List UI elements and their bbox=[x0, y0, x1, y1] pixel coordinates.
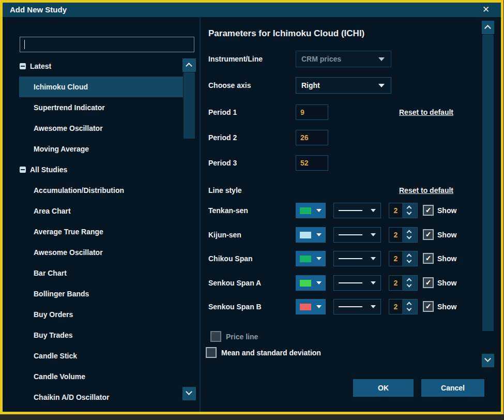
tree-group-all-studies[interactable]: All Studies bbox=[19, 159, 183, 180]
axis-dropdown[interactable]: Right bbox=[296, 77, 391, 94]
list-scroll-down-button[interactable] bbox=[182, 387, 196, 400]
params-scrollbar-thumb[interactable] bbox=[482, 35, 494, 331]
color-picker-dropdown[interactable] bbox=[296, 275, 326, 291]
spinner-down-icon[interactable] bbox=[407, 258, 412, 263]
period1-label: Period 1 bbox=[208, 104, 237, 120]
line-pattern-dropdown[interactable] bbox=[333, 203, 381, 218]
params-scroll-up-button[interactable] bbox=[482, 21, 494, 34]
line-style-row: Senkou Span B2✓Show bbox=[201, 299, 501, 314]
line-pattern-dropdown[interactable] bbox=[333, 299, 381, 314]
spinner-buttons[interactable] bbox=[402, 276, 417, 290]
line-width-spinner[interactable]: 2 bbox=[389, 203, 418, 218]
list-scrollbar-thumb[interactable] bbox=[184, 72, 195, 139]
instrument-dropdown[interactable]: CRM prices bbox=[296, 51, 391, 67]
spinner-buttons[interactable] bbox=[402, 251, 417, 266]
spinner-down-icon[interactable] bbox=[407, 234, 412, 239]
tree-item-supertrend-indicator[interactable]: Supertrend Indicator bbox=[19, 97, 183, 118]
spinner-buttons[interactable] bbox=[402, 299, 417, 314]
line-width-spinner[interactable]: 2 bbox=[389, 227, 418, 243]
tree-item-label: Average True Range bbox=[19, 228, 103, 236]
collapse-minus-icon[interactable] bbox=[20, 63, 26, 69]
line-width-spinner[interactable]: 2 bbox=[389, 299, 418, 314]
check-icon: ✓ bbox=[425, 206, 432, 214]
params-scroll-down-button[interactable] bbox=[482, 354, 494, 367]
line-pattern-dropdown[interactable] bbox=[333, 275, 381, 291]
tree-item-awesome-oscillator[interactable]: Awesome Oscillator bbox=[19, 118, 183, 139]
spinner-buttons[interactable] bbox=[402, 228, 417, 242]
instrument-value: CRM prices bbox=[301, 51, 341, 67]
show-checkbox[interactable]: ✓ bbox=[423, 253, 434, 264]
tree-item-area-chart[interactable]: Area Chart bbox=[19, 201, 183, 221]
tree-item-ichimoku-cloud[interactable]: Ichimoku Cloud bbox=[19, 77, 183, 97]
dropdown-arrow-icon bbox=[371, 209, 376, 212]
parameters-heading: Parameters for Ichimoku Cloud (ICHI) bbox=[208, 28, 364, 39]
show-label: Show bbox=[437, 299, 456, 314]
check-icon: ✓ bbox=[425, 278, 432, 287]
show-label: Show bbox=[437, 227, 456, 243]
tree-item-candle-stick[interactable]: Candle Stick bbox=[19, 346, 183, 366]
tree-item-buy-orders[interactable]: Buy Orders bbox=[19, 304, 183, 325]
color-picker-dropdown[interactable] bbox=[296, 203, 326, 218]
chevron-down-icon bbox=[484, 355, 491, 362]
tree-item-label: Accumulation/Distribution bbox=[19, 186, 124, 194]
check-icon: ✓ bbox=[425, 254, 432, 262]
mean-std-checkbox[interactable] bbox=[206, 347, 217, 358]
reset-periods-link[interactable]: Reset to default bbox=[399, 104, 453, 120]
color-picker-dropdown[interactable] bbox=[296, 299, 326, 314]
line-width-spinner[interactable]: 2 bbox=[389, 251, 418, 266]
tree-item-buy-trades[interactable]: Buy Trades bbox=[19, 325, 183, 346]
screen: Add New Study ✕ LatestIchimoku CloudSupe… bbox=[0, 0, 504, 420]
tree-item-bar-chart[interactable]: Bar Chart bbox=[19, 263, 183, 283]
color-swatch bbox=[300, 280, 311, 287]
color-picker-dropdown[interactable] bbox=[296, 227, 326, 243]
show-checkbox[interactable]: ✓ bbox=[423, 229, 434, 240]
list-scroll-up-button[interactable] bbox=[182, 58, 196, 72]
line-width-value: 2 bbox=[389, 228, 402, 242]
tree-item-moving-average[interactable]: Moving Average bbox=[19, 139, 183, 159]
dropdown-arrow-icon bbox=[316, 305, 322, 308]
period3-input[interactable]: 52 bbox=[296, 155, 328, 171]
tree-item-bollinger-bands[interactable]: Bollinger Bands bbox=[19, 283, 183, 304]
tree-item-label: Awesome Oscillator bbox=[19, 248, 103, 257]
line-name-label: Chikou Span bbox=[208, 251, 253, 266]
spinner-down-icon[interactable] bbox=[407, 210, 412, 215]
tree-item-chaikin-a-d-oscillator[interactable]: Chaikin A/D Oscillator bbox=[19, 387, 183, 408]
line-width-value: 2 bbox=[389, 276, 402, 290]
tree-item-label: Buy Orders bbox=[19, 310, 73, 319]
dropdown-arrow-icon bbox=[371, 305, 376, 308]
close-icon[interactable]: ✕ bbox=[478, 3, 494, 17]
line-width-spinner[interactable]: 2 bbox=[389, 275, 418, 291]
tree-item-average-true-range[interactable]: Average True Range bbox=[19, 221, 183, 242]
line-width-value: 2 bbox=[389, 251, 402, 266]
dialog-titlebar[interactable]: Add New Study ✕ bbox=[3, 3, 501, 17]
spinner-down-icon[interactable] bbox=[407, 282, 412, 288]
spinner-down-icon[interactable] bbox=[407, 306, 412, 311]
spinner-buttons[interactable] bbox=[402, 203, 417, 218]
ok-button[interactable]: OK bbox=[353, 379, 414, 397]
cancel-button[interactable]: Cancel bbox=[421, 379, 484, 397]
collapse-minus-icon[interactable] bbox=[20, 167, 26, 173]
tree-group-latest[interactable]: Latest bbox=[19, 56, 183, 77]
axis-label: Choose axis bbox=[208, 78, 251, 93]
parameters-panel: Parameters for Ichimoku Cloud (ICHI) Ins… bbox=[201, 17, 501, 412]
period1-input[interactable]: 9 bbox=[296, 104, 328, 120]
color-swatch bbox=[300, 207, 311, 214]
show-checkbox[interactable]: ✓ bbox=[423, 205, 434, 216]
solid-line-icon bbox=[339, 210, 362, 211]
tree-item-candle-volume[interactable]: Candle Volume bbox=[19, 366, 183, 387]
reset-line-style-link[interactable]: Reset to default bbox=[399, 183, 453, 198]
dropdown-arrow-icon bbox=[316, 209, 322, 212]
tree-item-label: Ichimoku Cloud bbox=[19, 83, 88, 91]
line-pattern-dropdown[interactable] bbox=[333, 251, 381, 266]
tree-item-awesome-oscillator[interactable]: Awesome Oscillator bbox=[19, 242, 183, 263]
show-checkbox[interactable]: ✓ bbox=[423, 301, 434, 312]
search-input[interactable] bbox=[20, 37, 194, 52]
show-checkbox[interactable]: ✓ bbox=[423, 277, 434, 288]
line-pattern-dropdown[interactable] bbox=[333, 227, 381, 243]
period3-label: Period 3 bbox=[208, 155, 237, 171]
line-name-label: Tenkan-sen bbox=[208, 203, 248, 218]
color-picker-dropdown[interactable] bbox=[296, 251, 326, 266]
chevron-down-icon bbox=[186, 388, 192, 395]
tree-item-accumulation-distribution[interactable]: Accumulation/Distribution bbox=[19, 180, 183, 201]
period2-input[interactable]: 26 bbox=[296, 130, 328, 145]
